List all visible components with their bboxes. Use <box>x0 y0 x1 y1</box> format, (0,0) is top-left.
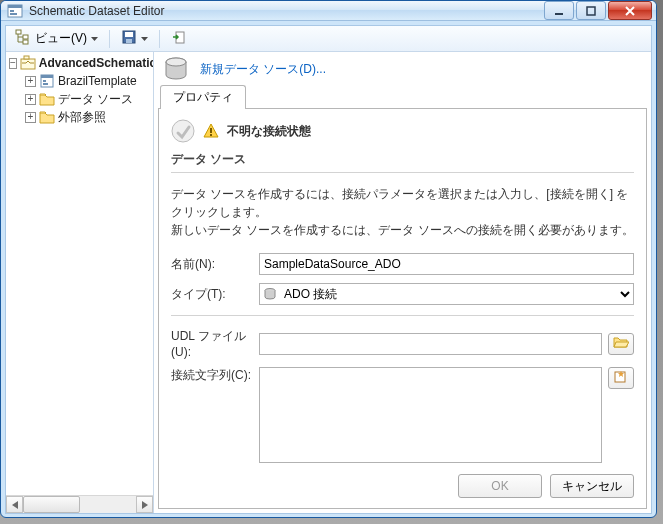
tree-item-label: データ ソース <box>58 91 133 108</box>
save-button[interactable] <box>116 26 153 51</box>
row-name: 名前(N): <box>171 253 634 275</box>
import-icon <box>171 29 187 48</box>
udl-input[interactable] <box>259 333 602 355</box>
svg-rect-10 <box>125 32 133 37</box>
svg-rect-16 <box>41 75 53 78</box>
toolbar: ビュー(V) <box>6 26 651 52</box>
tab-properties[interactable]: プロパティ <box>160 85 246 109</box>
titlebar: Schematic Dataset Editor <box>1 1 656 21</box>
svg-point-21 <box>172 120 194 142</box>
connstr-label: 接続文字列(C): <box>171 367 253 384</box>
scroll-thumb[interactable] <box>23 496 80 513</box>
tree-item-datasource[interactable]: + データ ソース <box>6 90 153 108</box>
tree-item-extref[interactable]: + 外部参照 <box>6 108 153 126</box>
instruction-line: 新しいデータ ソースを作成するには、データ ソースへの接続を開く必要があります。 <box>171 221 634 239</box>
udl-label: UDL ファイル(U): <box>171 328 253 359</box>
section-title: データ ソース <box>171 151 634 173</box>
svg-rect-17 <box>43 80 46 82</box>
separator <box>109 30 110 48</box>
import-button[interactable] <box>166 26 192 51</box>
status-icon <box>171 119 195 143</box>
svg-point-20 <box>166 58 186 66</box>
tree-root[interactable]: − AdvancedSchematic <box>6 54 153 72</box>
horizontal-scrollbar[interactable] <box>6 495 153 513</box>
status-text: 不明な接続状態 <box>227 123 311 140</box>
row-udl: UDL ファイル(U): <box>171 328 634 359</box>
tree-item-label: BrazilTemplate <box>58 74 137 88</box>
row-type: タイプ(T): ADO 接続 <box>171 283 634 305</box>
close-button[interactable] <box>608 1 652 20</box>
expand-icon[interactable]: + <box>25 94 36 105</box>
warning-icon <box>203 123 219 139</box>
svg-rect-23 <box>210 134 212 136</box>
view-menu-label: ビュー(V) <box>35 30 87 47</box>
scroll-left-button[interactable] <box>6 496 23 513</box>
svg-rect-18 <box>43 83 48 85</box>
divider <box>171 315 634 316</box>
save-icon <box>121 29 137 48</box>
svg-rect-2 <box>10 10 14 12</box>
tab-strip: プロパティ <box>154 86 651 108</box>
tree-root-label: AdvancedSchematic <box>39 56 153 70</box>
svg-rect-22 <box>210 128 212 133</box>
type-label: タイプ(T): <box>171 286 253 303</box>
scroll-right-button[interactable] <box>136 496 153 513</box>
dataset-icon <box>20 55 36 71</box>
dialog-buttons: OK キャンセル <box>171 474 634 498</box>
instruction-line: データ ソースを作成するには、接続パラメータを選択または入力し、[接続を開く] … <box>171 185 634 221</box>
window-title: Schematic Dataset Editor <box>29 4 544 18</box>
tree-item-brazil[interactable]: + BrazilTemplate <box>6 72 153 90</box>
maximize-button[interactable] <box>576 1 606 20</box>
minimize-button[interactable] <box>544 1 574 20</box>
chevron-down-icon <box>141 37 148 41</box>
svg-rect-14 <box>24 56 29 59</box>
sidebar: − AdvancedSchematic + BrazilTemplate + <box>6 52 154 513</box>
instructions: データ ソースを作成するには、接続パラメータを選択または入力し、[接続を開く] … <box>171 185 634 239</box>
open-folder-icon <box>613 335 629 352</box>
svg-rect-3 <box>10 13 17 15</box>
svg-rect-5 <box>587 7 595 15</box>
svg-rect-7 <box>23 35 28 39</box>
svg-rect-1 <box>8 5 22 8</box>
tab-properties-body: 不明な接続状態 データ ソース データ ソースを作成するには、接続パラメータを選… <box>158 108 647 509</box>
svg-rect-11 <box>126 39 132 43</box>
folder-icon <box>39 91 55 107</box>
connstr-wizard-button[interactable] <box>608 367 634 389</box>
expand-icon[interactable]: + <box>25 76 36 87</box>
chevron-down-icon <box>91 37 98 41</box>
view-menu[interactable]: ビュー(V) <box>10 26 103 51</box>
new-datasource-link[interactable]: 新規データ ソース(D)... <box>200 61 326 78</box>
ok-button[interactable]: OK <box>458 474 542 498</box>
name-label: 名前(N): <box>171 256 253 273</box>
svg-rect-8 <box>23 40 28 44</box>
expand-icon[interactable]: + <box>25 112 36 123</box>
cancel-button[interactable]: キャンセル <box>550 474 634 498</box>
template-icon <box>39 73 55 89</box>
wizard-icon <box>613 370 629 387</box>
main-pane: 新規データ ソース(D)... プロパティ 不明な接続状態 <box>154 52 651 513</box>
svg-rect-6 <box>16 30 21 34</box>
browse-button[interactable] <box>608 333 634 355</box>
type-select[interactable]: ADO 接続 <box>259 283 634 305</box>
svg-rect-4 <box>555 13 563 15</box>
app-icon <box>7 3 23 19</box>
name-input[interactable] <box>259 253 634 275</box>
scroll-track[interactable] <box>23 496 136 513</box>
tree[interactable]: − AdvancedSchematic + BrazilTemplate + <box>6 52 153 495</box>
app-window: Schematic Dataset Editor ビュー(V) <box>0 0 657 518</box>
row-connstr: 接続文字列(C): <box>171 367 634 466</box>
collapse-icon[interactable]: − <box>9 58 17 69</box>
connstr-textarea[interactable] <box>259 367 602 463</box>
status-row: 不明な接続状態 <box>171 119 634 143</box>
tree-icon <box>15 29 31 48</box>
database-icon <box>162 55 190 83</box>
main-header: 新規データ ソース(D)... <box>154 52 651 86</box>
folder-icon <box>39 109 55 125</box>
separator <box>159 30 160 48</box>
tree-item-label: 外部参照 <box>58 109 106 126</box>
